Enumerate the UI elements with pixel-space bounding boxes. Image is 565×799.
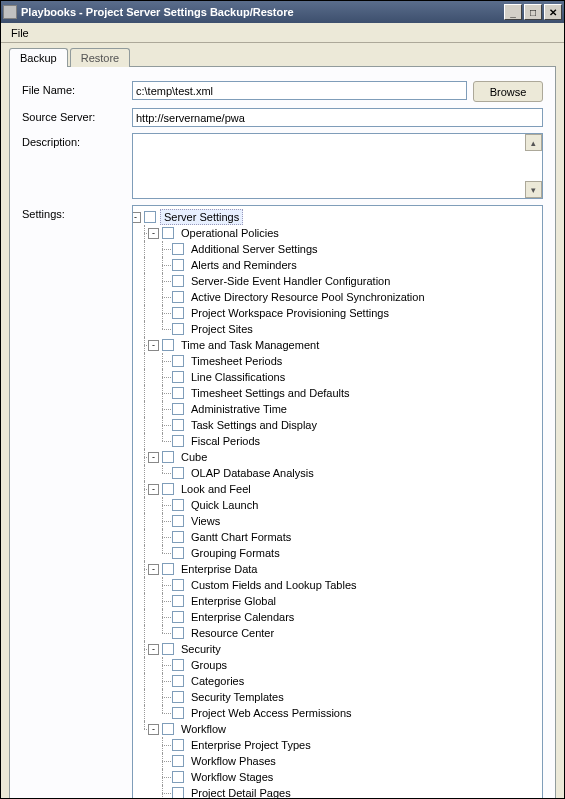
collapse-icon[interactable]: -: [148, 452, 159, 463]
tree-node-label[interactable]: OLAP Database Analysis: [188, 466, 317, 480]
collapse-icon[interactable]: -: [148, 484, 159, 495]
tree-checkbox[interactable]: [162, 643, 174, 655]
tree-node-label[interactable]: Timesheet Settings and Defaults: [188, 386, 353, 400]
tree-node-label[interactable]: Groups: [188, 658, 230, 672]
tree-node-label[interactable]: Project Web Access Permissions: [188, 706, 355, 720]
tree-node-label[interactable]: Workflow Phases: [188, 754, 279, 768]
source-server-input[interactable]: [132, 108, 543, 127]
tree-checkbox[interactable]: [162, 451, 174, 463]
tree-node-label[interactable]: Gantt Chart Formats: [188, 530, 294, 544]
tree-node-label[interactable]: Cube: [178, 450, 210, 464]
tree-node-label[interactable]: Project Workspace Provisioning Settings: [188, 306, 392, 320]
tree-node-label[interactable]: Enterprise Calendars: [188, 610, 297, 624]
tree-checkbox[interactable]: [172, 787, 184, 799]
description-textarea[interactable]: [133, 134, 525, 198]
tree-checkbox[interactable]: [172, 627, 184, 639]
scroll-down-icon[interactable]: ▾: [525, 181, 542, 198]
tree-checkbox[interactable]: [144, 211, 156, 223]
tree-checkbox[interactable]: [172, 371, 184, 383]
tree-node-label[interactable]: Project Sites: [188, 322, 256, 336]
menu-file[interactable]: File: [5, 25, 35, 41]
tree-node-label[interactable]: Project Detail Pages: [188, 786, 294, 799]
tree-node-label[interactable]: Alerts and Reminders: [188, 258, 300, 272]
tree-checkbox[interactable]: [172, 307, 184, 319]
tabstrip: Backup Restore: [9, 48, 556, 67]
collapse-icon[interactable]: -: [148, 228, 159, 239]
tree-node-label[interactable]: Workflow Stages: [188, 770, 276, 784]
tree-node-label[interactable]: Security: [178, 642, 224, 656]
tab-backup[interactable]: Backup: [9, 48, 68, 67]
tab-restore[interactable]: Restore: [70, 48, 131, 67]
tree-node-label[interactable]: Administrative Time: [188, 402, 290, 416]
tree-node-label[interactable]: Look and Feel: [178, 482, 254, 496]
maximize-button[interactable]: □: [524, 4, 542, 20]
tree-node-label[interactable]: Views: [188, 514, 223, 528]
tree-checkbox[interactable]: [172, 259, 184, 271]
tree-node-label[interactable]: Task Settings and Display: [188, 418, 320, 432]
tree-node-label[interactable]: Additional Server Settings: [188, 242, 321, 256]
scroll-up-icon[interactable]: ▴: [525, 134, 542, 151]
tree-checkbox[interactable]: [172, 275, 184, 287]
tree-checkbox[interactable]: [172, 691, 184, 703]
tree-node-label[interactable]: Server Settings: [160, 209, 243, 225]
tree-checkbox[interactable]: [172, 515, 184, 527]
tree-checkbox[interactable]: [172, 467, 184, 479]
tree-checkbox[interactable]: [172, 771, 184, 783]
collapse-icon[interactable]: -: [148, 724, 159, 735]
tree-checkbox[interactable]: [172, 387, 184, 399]
tree-checkbox[interactable]: [172, 611, 184, 623]
tree-checkbox[interactable]: [172, 547, 184, 559]
tree-checkbox[interactable]: [172, 755, 184, 767]
settings-tree[interactable]: -Server Settings-Operational PoliciesAdd…: [132, 205, 543, 799]
tree-checkbox[interactable]: [172, 579, 184, 591]
minimize-button[interactable]: _: [504, 4, 522, 20]
tree-checkbox[interactable]: [162, 563, 174, 575]
tree-node-label[interactable]: Security Templates: [188, 690, 287, 704]
tree-checkbox[interactable]: [172, 707, 184, 719]
tree-checkbox[interactable]: [172, 659, 184, 671]
tree-node-label[interactable]: Enterprise Project Types: [188, 738, 314, 752]
tree-node-label[interactable]: Fiscal Periods: [188, 434, 263, 448]
tree-checkbox[interactable]: [162, 723, 174, 735]
tree-node-label[interactable]: Active Directory Resource Pool Synchroni…: [188, 290, 428, 304]
tree-checkbox[interactable]: [172, 499, 184, 511]
tree-node-label[interactable]: Enterprise Data: [178, 562, 260, 576]
tree-node-label[interactable]: Server-Side Event Handler Configuration: [188, 274, 393, 288]
tree-checkbox[interactable]: [172, 403, 184, 415]
titlebar: Playbooks - Project Server Settings Back…: [1, 1, 564, 23]
tree-checkbox[interactable]: [172, 323, 184, 335]
tree-checkbox[interactable]: [162, 227, 174, 239]
collapse-icon[interactable]: -: [148, 340, 159, 351]
tree-checkbox[interactable]: [162, 339, 174, 351]
collapse-icon[interactable]: -: [132, 212, 141, 223]
tree-node-label[interactable]: Timesheet Periods: [188, 354, 285, 368]
label-settings: Settings:: [22, 205, 132, 220]
tree-checkbox[interactable]: [172, 675, 184, 687]
browse-button[interactable]: Browse: [473, 81, 543, 102]
tree-checkbox[interactable]: [172, 739, 184, 751]
label-source-server: Source Server:: [22, 108, 132, 123]
tree-checkbox[interactable]: [172, 435, 184, 447]
tree-checkbox[interactable]: [172, 243, 184, 255]
close-button[interactable]: ✕: [544, 4, 562, 20]
tree-node-label[interactable]: Resource Center: [188, 626, 277, 640]
tree-checkbox[interactable]: [172, 291, 184, 303]
tree-node-label[interactable]: Line Classifications: [188, 370, 288, 384]
collapse-icon[interactable]: -: [148, 564, 159, 575]
tree-node-label[interactable]: Categories: [188, 674, 247, 688]
collapse-icon[interactable]: -: [148, 644, 159, 655]
tree-node-label[interactable]: Grouping Formats: [188, 546, 283, 560]
tree-node-label[interactable]: Quick Launch: [188, 498, 261, 512]
tree-checkbox[interactable]: [172, 531, 184, 543]
tree-node-label[interactable]: Operational Policies: [178, 226, 282, 240]
tree-checkbox[interactable]: [162, 483, 174, 495]
tree-node-label[interactable]: Workflow: [178, 722, 229, 736]
tree-checkbox[interactable]: [172, 595, 184, 607]
tree-node-label[interactable]: Time and Task Management: [178, 338, 322, 352]
app-icon: [3, 5, 17, 19]
file-name-input[interactable]: [132, 81, 467, 100]
tree-node-label[interactable]: Custom Fields and Lookup Tables: [188, 578, 360, 592]
tree-checkbox[interactable]: [172, 419, 184, 431]
tree-node-label[interactable]: Enterprise Global: [188, 594, 279, 608]
tree-checkbox[interactable]: [172, 355, 184, 367]
